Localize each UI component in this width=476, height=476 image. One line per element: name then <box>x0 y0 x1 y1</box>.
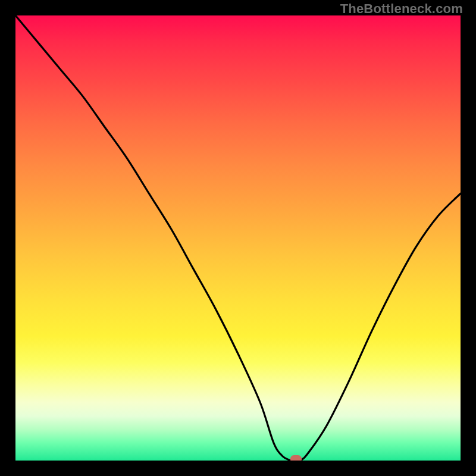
plot-area <box>15 15 461 461</box>
chart-frame: TheBottleneck.com <box>0 0 476 476</box>
optimal-point-marker <box>290 455 302 461</box>
watermark-text: TheBottleneck.com <box>340 1 463 17</box>
bottleneck-curve <box>15 15 461 461</box>
